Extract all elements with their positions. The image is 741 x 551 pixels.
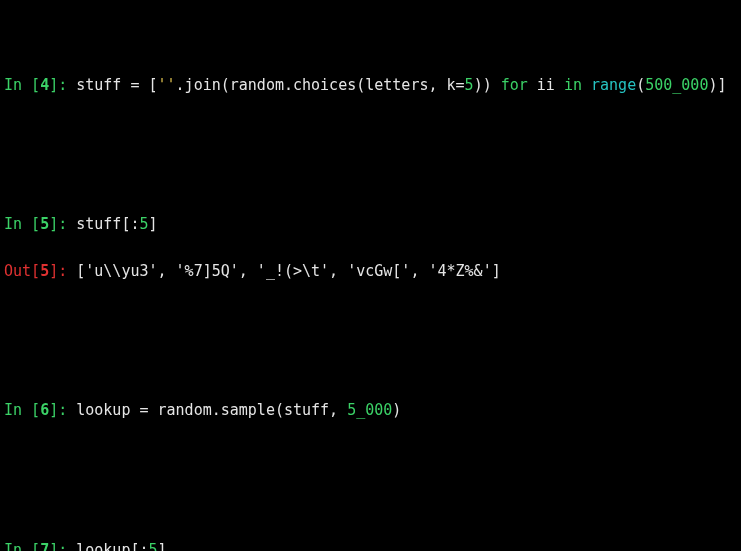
code-token: lookup[:: [76, 541, 148, 551]
in-prompt: In [: [4, 401, 40, 419]
code-token: )]: [708, 76, 726, 94]
in-prompt: In [: [4, 76, 40, 94]
cell-in-6: In [6]: lookup = random.sample(stuff, 5_…: [4, 399, 737, 422]
cell-in-7: In [7]: lookup[:5]: [4, 539, 737, 551]
cell-in-5: In [5]: stuff[:5]: [4, 213, 737, 236]
blank-line: [4, 120, 737, 143]
code-keyword: for: [492, 76, 537, 94]
code-token: random.sample(stuff,: [158, 401, 348, 419]
code-number: 5_000: [347, 401, 392, 419]
in-prompt: In [: [4, 541, 40, 551]
code-string: '': [158, 76, 176, 94]
in-prompt-num: 4: [40, 76, 49, 94]
in-prompt-close: ]:: [49, 541, 76, 551]
code-token: =: [130, 401, 157, 419]
code-token: =: [456, 76, 465, 94]
code-token: =: [121, 76, 148, 94]
code-token: [: [149, 76, 158, 94]
in-prompt: In [: [4, 215, 40, 233]
in-prompt-close: ]:: [49, 401, 76, 419]
code-token: (: [636, 76, 645, 94]
ipython-terminal[interactable]: In [4]: stuff = [''.join(random.choices(…: [0, 0, 741, 551]
out-prompt-close: ]:: [49, 262, 76, 280]
code-token: ]: [158, 541, 167, 551]
in-prompt-num: 7: [40, 541, 49, 551]
code-token: ): [392, 401, 401, 419]
code-token: stuff[:: [76, 215, 139, 233]
in-prompt-num: 6: [40, 401, 49, 419]
blank-line: [4, 306, 737, 329]
in-prompt-close: ]:: [49, 215, 76, 233]
in-prompt-close: ]:: [49, 76, 76, 94]
output-text: ['u\\yu3', '%7]5Q', '_!(>\t', 'vcGw[', '…: [76, 262, 500, 280]
out-prompt-num: 5: [40, 262, 49, 280]
code-token: ]: [149, 215, 158, 233]
code-number: 5: [149, 541, 158, 551]
code-call: range: [591, 76, 636, 94]
code-token: lookup: [76, 401, 130, 419]
code-number: 5: [465, 76, 474, 94]
cell-in-4: In [4]: stuff = [''.join(random.choices(…: [4, 74, 737, 97]
out-prompt: Out[: [4, 262, 40, 280]
blank-line: [4, 446, 737, 469]
in-prompt-num: 5: [40, 215, 49, 233]
code-keyword: in: [555, 76, 591, 94]
code-token: stuff: [76, 76, 121, 94]
code-number: 5: [139, 215, 148, 233]
code-token: ii: [537, 76, 555, 94]
cell-out-5: Out[5]: ['u\\yu3', '%7]5Q', '_!(>\t', 'v…: [4, 260, 737, 283]
code-number: 500_000: [645, 76, 708, 94]
code-token: .join(random.choices(letters, k: [176, 76, 456, 94]
code-token: )): [474, 76, 492, 94]
